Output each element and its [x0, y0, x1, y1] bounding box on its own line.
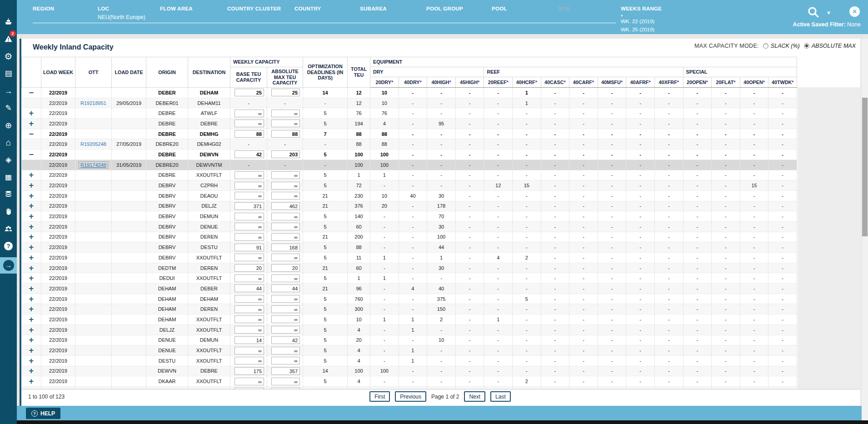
table-row[interactable]: −22/2019DEBERDEHAM2525141210----1-------… [22, 88, 797, 98]
base-teu-capacity-input[interactable]: ∞ [234, 295, 264, 303]
scrollbar-thumb[interactable] [862, 98, 868, 236]
expand-row-icon[interactable]: + [29, 254, 34, 262]
base-teu-capacity-input[interactable]: ∞ [234, 223, 264, 230]
base-teu-capacity-input[interactable]: ∞ [234, 233, 264, 241]
base-teu-capacity-input[interactable]: 371 [234, 202, 264, 210]
base-teu-capacity-input[interactable]: 175 [234, 367, 264, 375]
search-dropdown-caret-icon[interactable]: ▼ [826, 10, 831, 15]
table-row[interactable]: +22/2019DEBRVXXOUTFLT∞∞5111-1-42--------… [22, 253, 797, 263]
base-teu-capacity-input[interactable]: ∞ [234, 378, 264, 385]
table-row[interactable]: +22/2019DEWVNDEBRE17535714100100--------… [22, 366, 797, 376]
sidebar-item-crosshair[interactable]: ⊕ [0, 119, 17, 131]
expand-row-icon[interactable]: + [29, 181, 34, 190]
absolute-max-teu-capacity-input[interactable]: ∞ [271, 274, 300, 282]
clear-filters-icon[interactable]: ✕ [849, 6, 860, 17]
table-row[interactable]: +22/2019DELJZXXOUTFLT∞∞54-1------------- [22, 324, 797, 335]
sidebar-item-go[interactable]: → [0, 257, 17, 274]
mode-option-slack[interactable]: SLACK (%) [763, 43, 800, 49]
collapse-row-icon[interactable]: − [29, 150, 34, 159]
expand-row-icon[interactable]: + [29, 212, 34, 220]
absolute-max-teu-capacity-input[interactable]: ∞ [271, 295, 300, 303]
absolute-max-teu-capacity-input[interactable]: 42 [271, 336, 300, 344]
table-row[interactable]: −22/2019DEBREDEWVN422035100100----------… [22, 150, 797, 160]
base-teu-capacity-input[interactable]: 25 [234, 89, 264, 96]
expand-row-icon[interactable]: + [29, 377, 34, 385]
absolute-max-teu-capacity-input[interactable]: ∞ [271, 120, 300, 127]
base-teu-capacity-input[interactable]: ∞ [234, 315, 264, 323]
slack-radio[interactable] [763, 43, 768, 49]
absolute-max-teu-capacity-input[interactable]: ∞ [271, 254, 300, 261]
table-row[interactable]: +22/2019DENUEXXOUTFLT∞∞54-1------------- [22, 345, 797, 356]
table-row[interactable]: +22/2019DKAARXXOUTFLT∞∞54-----2--------- [22, 376, 797, 387]
sidebar-item-arrow-right[interactable]: → [0, 85, 17, 97]
sidebar-item-warning[interactable]: 2 [0, 33, 17, 45]
expand-row-icon[interactable]: + [29, 274, 34, 282]
ott-link[interactable]: R19174249 [79, 162, 108, 168]
base-teu-capacity-input[interactable]: ∞ [234, 213, 264, 220]
absolute-max-teu-capacity-input[interactable]: ∞ [271, 223, 300, 230]
base-teu-capacity-input[interactable]: 42 [234, 150, 264, 158]
base-teu-capacity-input[interactable]: 14 [234, 336, 264, 344]
sidebar-item-warehouse[interactable]: ⌂ [0, 136, 17, 149]
absolute-max-teu-capacity-input[interactable]: ∞ [271, 347, 300, 354]
table-row[interactable]: +22/2019DEBRVDEREN∞∞21200--100----------… [22, 232, 797, 242]
sidebar-item-users[interactable] [0, 223, 17, 235]
absolute-max-teu-capacity-input[interactable]: ∞ [271, 378, 300, 385]
expand-row-icon[interactable]: + [29, 346, 34, 354]
expand-row-icon[interactable]: + [29, 305, 34, 313]
absolute-max-teu-capacity-input[interactable]: 357 [271, 367, 300, 375]
last-page-button[interactable]: Last [490, 391, 511, 402]
base-teu-capacity-input[interactable]: 44 [234, 284, 264, 292]
filter-region[interactable]: REGION [33, 6, 54, 11]
ott-link[interactable]: R19218951 [80, 100, 106, 106]
absolute-max-teu-capacity-input[interactable]: ∞ [271, 213, 300, 220]
base-teu-capacity-input[interactable]: ∞ [234, 326, 264, 334]
base-teu-capacity-input[interactable]: ∞ [234, 110, 264, 117]
absolute-max-teu-capacity-input[interactable]: ∞ [271, 315, 300, 323]
expand-row-icon[interactable]: + [29, 223, 34, 231]
absolute-max-teu-capacity-input[interactable]: 20 [271, 264, 300, 272]
search-icon[interactable] [807, 5, 820, 21]
expand-row-icon[interactable]: + [29, 264, 34, 272]
table-row[interactable]: +22/2019DEHAMDEREN∞∞5300--150-----------… [22, 304, 797, 314]
table-row[interactable]: +22/2019DEDTMDEREN20202160--30----------… [22, 263, 797, 273]
absolute-max-teu-capacity-input[interactable]: ∞ [271, 182, 300, 190]
filter-weeks-range[interactable]: WEEKS RANGE [621, 6, 662, 11]
base-teu-capacity-input[interactable]: ∞ [234, 120, 264, 127]
table-row[interactable]: +22/2019DEBREXXOUTFLT∞∞511-------------- [22, 170, 797, 180]
expand-row-icon[interactable]: + [29, 326, 34, 334]
expand-row-icon[interactable]: + [29, 202, 34, 210]
weeks-range-caret-icon[interactable]: ▾ [621, 14, 623, 18]
table-row[interactable]: +22/2019DEHAMXXOUTFLT∞∞510112-1---------… [22, 314, 797, 325]
filter-flow-area[interactable]: FLOW AREA [160, 6, 193, 11]
table-row[interactable]: +22/2019DEBRVCZPRH∞∞572----1215-------15… [22, 180, 797, 191]
expand-row-icon[interactable]: + [29, 233, 34, 241]
table-row[interactable]: +22/2019DEBREATWLF∞∞57676-------------- [22, 108, 797, 119]
table-row[interactable]: +22/2019DEBRVDEAOU∞∞21230104030---------… [22, 190, 797, 201]
expand-row-icon[interactable]: + [29, 367, 34, 375]
next-page-button[interactable]: Next [464, 391, 485, 402]
expand-row-icon[interactable]: + [29, 315, 34, 324]
expand-row-icon[interactable]: + [29, 295, 34, 303]
sidebar-item-edit[interactable]: ✎ [0, 102, 17, 114]
base-teu-capacity-input[interactable]: ∞ [234, 192, 264, 200]
expand-row-icon[interactable]: + [29, 243, 34, 251]
sidebar-item-hand[interactable] [0, 205, 17, 218]
weeks-range-from[interactable]: WK. 22 (2019) [621, 19, 654, 24]
filter-pool-group[interactable]: POOL GROUP [426, 6, 463, 11]
sidebar-item-gear[interactable]: ⚙ [0, 50, 17, 62]
table-row[interactable]: 22/2019R1920524827/05/2019DEBRE20DEMHG02… [22, 139, 797, 150]
collapse-row-icon[interactable]: − [29, 130, 34, 138]
table-row[interactable]: +22/2019DESTUXXOUTFLT∞∞54-1------------- [22, 355, 797, 366]
expand-row-icon[interactable]: + [29, 357, 34, 365]
expand-row-icon[interactable]: + [29, 284, 34, 293]
sidebar-item-report[interactable]: ▦ [0, 171, 17, 183]
first-page-button[interactable]: First [369, 391, 390, 402]
ott-link[interactable]: R19205248 [80, 141, 106, 147]
absolute-max-teu-capacity-input[interactable]: ∞ [271, 233, 300, 241]
table-row[interactable]: 22/2019R1917424931/05/2019DEBRE20DEWVNTM… [22, 160, 797, 170]
collapse-row-icon[interactable]: − [29, 89, 34, 97]
filter-value-loc[interactable]: NEU(North Europe) [98, 14, 145, 20]
expand-row-icon[interactable]: + [29, 109, 34, 117]
base-teu-capacity-input[interactable]: ∞ [234, 357, 264, 364]
